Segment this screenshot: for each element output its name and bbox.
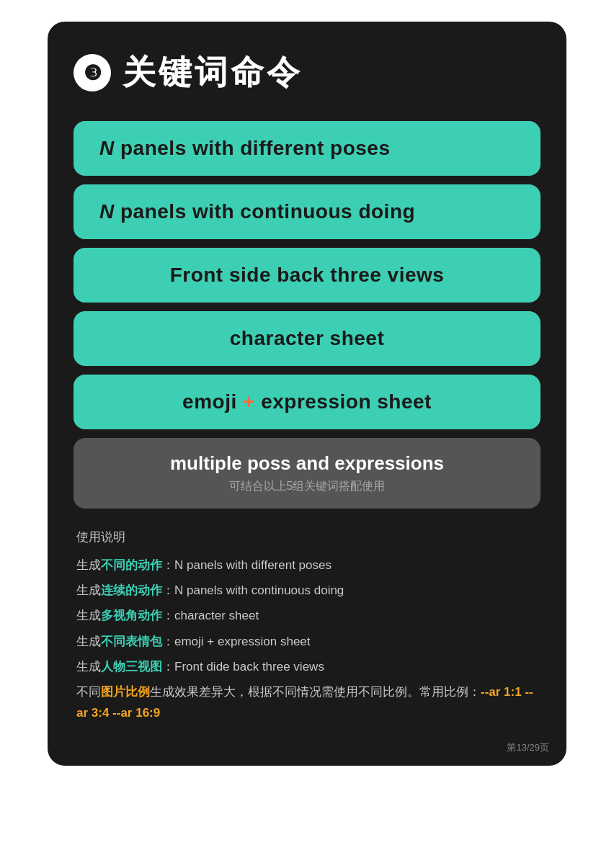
page-title: 关键词命令 (123, 50, 303, 95)
inst-pre-1: 生成 (76, 558, 101, 572)
n-letter-2: N (99, 200, 115, 223)
inst-pre-4: 生成 (76, 635, 101, 648)
btn-continuous-doing-text: N panels with continuous doing (99, 200, 415, 223)
btn-continuous-doing[interactable]: N panels with continuous doing (74, 184, 540, 239)
btn-continuous-doing-label: panels with continuous doing (115, 200, 415, 223)
inst-highlight-5: 人物三视图 (101, 660, 162, 674)
inst-pre-5: 生成 (76, 660, 101, 674)
expression-label: expression sheet (255, 390, 432, 413)
btn-emoji-expression[interactable]: emoji + expression sheet (74, 375, 540, 429)
instructions-label: 使用说明 (76, 529, 538, 545)
ratio-pre: 不同 (76, 685, 101, 699)
inst-highlight-2: 连续的动作 (101, 583, 162, 597)
inst-row-3: 生成多视角动作：character sheet (76, 606, 538, 625)
ratio-row: 不同图片比例生成效果差异大，根据不同情况需使用不同比例。常用比例：--ar 1:… (76, 682, 538, 724)
header: ❸ 关键词命令 (74, 50, 540, 95)
keyword-buttons: N panels with different poses N panels w… (74, 121, 540, 509)
btn-multiple-poses[interactable]: multiple poss and expressions 可结合以上5组关键词… (74, 438, 540, 509)
inst-row-5: 生成人物三视图：Front dide back three views (76, 657, 538, 676)
card: ❸ 关键词命令 N panels with different poses N … (48, 22, 566, 766)
inst-post-5: ：Front dide back three views (162, 660, 324, 674)
page-number: 第13/29页 (507, 741, 549, 754)
multi-btn-title: multiple poss and expressions (170, 452, 444, 475)
btn-different-poses-text: N panels with different poses (99, 137, 390, 160)
inst-post-3: ：character sheet (162, 609, 259, 622)
ratio-highlight: 图片比例 (101, 685, 150, 699)
btn-different-poses-label: panels with different poses (115, 137, 391, 159)
inst-pre-2: 生成 (76, 583, 101, 597)
btn-character-sheet[interactable]: character sheet (74, 311, 540, 366)
btn-three-views-text: Front side back three views (170, 264, 445, 287)
inst-row-1: 生成不同的动作：N panels with different poses (76, 555, 538, 575)
inst-highlight-1: 不同的动作 (101, 558, 162, 572)
inst-highlight-4: 不同表情包 (101, 635, 162, 648)
btn-character-sheet-text: character sheet (230, 327, 385, 350)
emoji-label: emoji (182, 390, 243, 413)
inst-highlight-3: 多视角动作 (101, 609, 162, 622)
btn-different-poses[interactable]: N panels with different poses (74, 121, 540, 176)
btn-emoji-text: emoji + expression sheet (182, 390, 432, 413)
multi-btn-subtitle: 可结合以上5组关键词搭配使用 (229, 479, 386, 494)
inst-row-2: 生成连续的动作：N panels with continuous doing (76, 581, 538, 600)
inst-post-4: ：emoji + expression sheet (162, 635, 311, 648)
section-number: ❸ (74, 54, 111, 91)
inst-pre-3: 生成 (76, 609, 101, 622)
btn-three-views[interactable]: Front side back three views (74, 248, 540, 303)
plus-sign: + (243, 390, 255, 413)
inst-post-2: ：N panels with continuous doing (162, 583, 344, 597)
n-letter-1: N (99, 137, 115, 159)
instructions-section: 使用说明 生成不同的动作：N panels with different pos… (74, 529, 540, 724)
inst-post-1: ：N panels with different poses (162, 558, 332, 572)
inst-row-4: 生成不同表情包：emoji + expression sheet (76, 632, 538, 651)
page: ❸ 关键词命令 N panels with different poses N … (0, 0, 614, 868)
ratio-mid: 生成效果差异大，根据不同情况需使用不同比例。常用比例： (150, 685, 481, 699)
